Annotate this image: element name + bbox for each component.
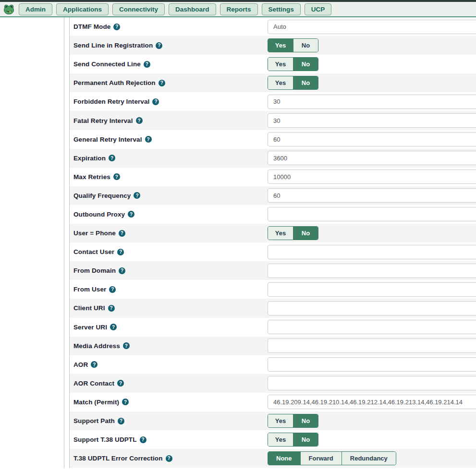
field-label-cell: T.38 UDPTL Error Correction?	[70, 455, 268, 462]
help-question-icon[interactable]: ?	[144, 61, 150, 68]
form-row-max-retries: Max Retries?	[70, 168, 476, 186]
t-38-udptl-error-correction-option-redundancy[interactable]: Redundancy	[342, 452, 396, 465]
forbidden-retry-interval-input[interactable]	[268, 95, 476, 109]
support-path-toggle-group: YesNo	[268, 414, 318, 428]
help-question-icon[interactable]: ?	[108, 305, 115, 312]
aor-input[interactable]	[268, 357, 476, 372]
field-control-cell	[268, 395, 476, 409]
help-question-icon[interactable]: ?	[156, 42, 162, 49]
fatal-retry-interval-input[interactable]	[268, 113, 476, 128]
nav-button-admin[interactable]: Admin	[19, 3, 52, 15]
help-question-icon[interactable]: ?	[145, 136, 152, 143]
help-question-icon[interactable]: ?	[140, 436, 146, 443]
help-question-icon[interactable]: ?	[113, 24, 120, 30]
nav-button-connectivity[interactable]: Connectivity	[112, 3, 165, 15]
permanent-auth-rejection-option-yes[interactable]: Yes	[268, 76, 293, 89]
t-38-udptl-error-correction-option-none[interactable]: None	[268, 452, 300, 465]
frog-logo-icon[interactable]	[2, 3, 15, 15]
send-line-in-registration-option-no[interactable]: No	[293, 39, 318, 52]
form-row-forbidden-retry-interval: Forbidden Retry Interval?	[70, 92, 476, 111]
field-label-cell: Max Retries?	[70, 173, 268, 181]
help-question-icon[interactable]: ?	[122, 399, 129, 405]
field-control-cell	[268, 207, 476, 221]
support-t-38-udptl-option-no[interactable]: No	[293, 433, 318, 446]
form-row-permanent-auth-rejection: Permanent Auth Rejection?YesNo	[70, 73, 476, 92]
expiration-input[interactable]	[268, 151, 476, 165]
field-label-cell: Send Line in Registration?	[70, 42, 268, 49]
help-question-icon[interactable]: ?	[136, 117, 143, 124]
form-row-server-uri: Server URI?	[70, 318, 476, 337]
form-row-support-t-38-udptl: Support T.38 UDPTL?YesNo	[70, 430, 476, 449]
support-path-option-yes[interactable]: Yes	[268, 414, 293, 427]
user-phone-option-no[interactable]: No	[293, 227, 318, 240]
nav-button-ucp[interactable]: UCP	[305, 3, 332, 15]
help-question-icon[interactable]: ?	[91, 361, 98, 368]
send-line-in-registration-option-yes[interactable]: Yes	[268, 39, 293, 52]
field-label-cell: General Retry Interval?	[70, 136, 268, 143]
support-path-option-no[interactable]: No	[293, 414, 318, 427]
form-row-media-address: Media Address?	[70, 337, 476, 355]
field-label: Expiration	[73, 155, 106, 162]
field-label: From User	[73, 286, 106, 293]
field-label: Match (Permit)	[73, 399, 119, 406]
nav-button-applications[interactable]: Applications	[56, 3, 109, 15]
help-question-icon[interactable]: ?	[109, 155, 115, 161]
help-question-icon[interactable]: ?	[152, 98, 159, 105]
permanent-auth-rejection-option-no[interactable]: No	[293, 76, 318, 89]
navbar-items: AdminApplicationsConnectivityDashboardRe…	[19, 3, 331, 15]
help-question-icon[interactable]: ?	[118, 418, 124, 424]
help-question-icon[interactable]: ?	[113, 173, 120, 180]
field-control-cell	[268, 20, 476, 34]
help-question-icon[interactable]: ?	[109, 286, 116, 293]
form-row-dtmf-mode: DTMF Mode?	[70, 17, 476, 36]
media-address-input[interactable]	[268, 339, 476, 353]
help-question-icon[interactable]: ?	[134, 192, 140, 199]
form-row-aor: AOR?	[70, 355, 476, 374]
field-label: Forbidden Retry Interval	[73, 98, 149, 105]
field-label-cell: Client URI?	[70, 304, 268, 312]
server-uri-input[interactable]	[268, 320, 476, 334]
field-control-cell: YesNo	[268, 76, 318, 90]
form-row-from-user: From User?	[70, 280, 476, 299]
field-control-cell	[268, 320, 476, 334]
send-connected-line-option-yes[interactable]: Yes	[268, 58, 293, 71]
send-line-in-registration-toggle-group: YesNo	[268, 38, 318, 52]
from-user-input[interactable]	[268, 282, 476, 297]
max-retries-input[interactable]	[268, 169, 476, 184]
outbound-proxy-input[interactable]	[268, 207, 476, 221]
t-38-udptl-error-correction-option-forward[interactable]: Forward	[300, 452, 342, 465]
field-control-cell	[268, 169, 476, 184]
help-question-icon[interactable]: ?	[117, 380, 124, 387]
help-question-icon[interactable]: ?	[119, 230, 125, 237]
field-control-cell	[268, 264, 476, 278]
match-permit-input[interactable]	[268, 395, 476, 409]
help-question-icon[interactable]: ?	[123, 342, 130, 349]
help-question-icon[interactable]: ?	[128, 211, 134, 218]
help-question-icon[interactable]: ?	[110, 324, 117, 330]
nav-button-dashboard[interactable]: Dashboard	[169, 3, 216, 15]
dtmf-mode-input[interactable]	[268, 20, 476, 34]
field-label: Qualify Frequency	[73, 192, 131, 199]
from-domain-input[interactable]	[268, 264, 476, 278]
aor-contact-input[interactable]	[268, 376, 476, 390]
client-uri-input[interactable]	[268, 301, 476, 315]
help-question-icon[interactable]: ?	[166, 455, 172, 462]
form-row-user-phone: User = Phone?YesNo	[70, 224, 476, 242]
field-control-cell	[268, 357, 476, 372]
help-question-icon[interactable]: ?	[119, 267, 125, 274]
general-retry-interval-input[interactable]	[268, 132, 476, 146]
field-label: Max Retries	[73, 173, 110, 181]
field-control-cell: YesNo	[268, 414, 318, 428]
field-label: Outbound Proxy	[73, 211, 125, 218]
contact-user-input[interactable]	[268, 245, 476, 259]
nav-button-settings[interactable]: Settings	[262, 3, 301, 15]
support-t-38-udptl-option-yes[interactable]: Yes	[268, 433, 293, 446]
help-question-icon[interactable]: ?	[117, 249, 124, 255]
send-connected-line-option-no[interactable]: No	[293, 58, 318, 71]
user-phone-option-yes[interactable]: Yes	[268, 227, 293, 240]
form-row-client-uri: Client URI?	[70, 299, 476, 317]
qualify-frequency-input[interactable]	[268, 188, 476, 203]
field-control-cell	[268, 301, 476, 315]
help-question-icon[interactable]: ?	[159, 80, 165, 86]
nav-button-reports[interactable]: Reports	[220, 3, 258, 15]
